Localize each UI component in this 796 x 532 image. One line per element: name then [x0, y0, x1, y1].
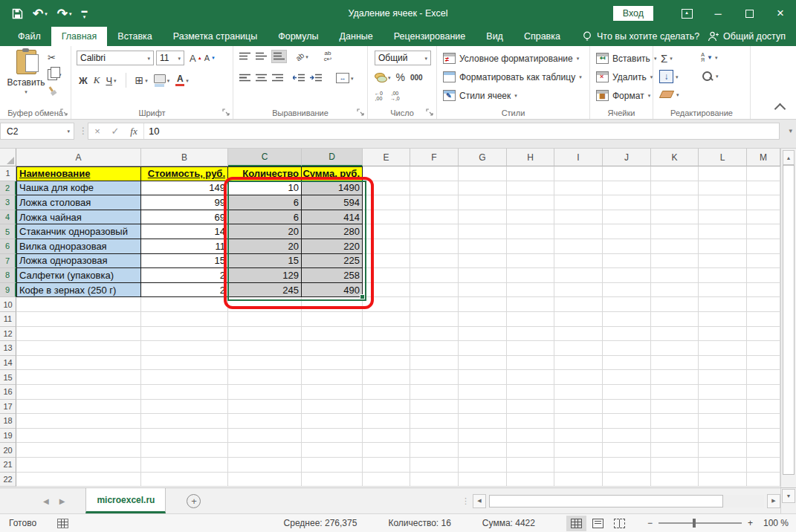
cell-M13[interactable]: [747, 341, 780, 356]
cell-G22[interactable]: [459, 473, 507, 487]
decrease-font-button[interactable]: А▼: [204, 53, 216, 62]
cell-D3[interactable]: 594: [302, 195, 363, 210]
cell-I12[interactable]: [554, 327, 603, 342]
cell-A21[interactable]: [16, 458, 141, 473]
align-left-button[interactable]: [239, 74, 250, 82]
cell-D19[interactable]: [302, 429, 363, 444]
cell-K20[interactable]: [651, 443, 699, 458]
font-dialog-launcher[interactable]: [222, 108, 230, 116]
cell-I7[interactable]: [554, 254, 603, 269]
cell-E7[interactable]: [363, 254, 410, 269]
cell-G8[interactable]: [459, 268, 507, 283]
ribbon-tab-2[interactable]: Вставка: [107, 27, 162, 46]
align-bottom-button[interactable]: [272, 51, 286, 62]
row-header-11[interactable]: 11: [0, 312, 16, 327]
cell-E3[interactable]: [363, 195, 410, 210]
cell-D10[interactable]: [302, 297, 363, 312]
cell-A2[interactable]: Чашка для кофе: [16, 181, 141, 196]
cell-D18[interactable]: [302, 414, 363, 429]
cell-A19[interactable]: [16, 429, 141, 444]
vertical-scrollbar[interactable]: ▲: [780, 149, 796, 487]
zoom-in-button[interactable]: +: [748, 518, 753, 528]
cell-H15[interactable]: [507, 370, 554, 385]
cell-H13[interactable]: [507, 341, 554, 356]
cell-M1[interactable]: [747, 166, 780, 181]
zoom-slider-thumb[interactable]: [693, 519, 696, 528]
cell-H19[interactable]: [507, 429, 554, 444]
cell-C3[interactable]: 6: [228, 195, 302, 210]
cell-H1[interactable]: [507, 166, 554, 181]
cell-E13[interactable]: [363, 341, 410, 356]
cell-D20[interactable]: [302, 443, 363, 458]
cell-B4[interactable]: 69: [141, 210, 228, 225]
cell-M2[interactable]: [747, 181, 780, 196]
cell-C8[interactable]: 129: [228, 268, 302, 283]
cell-F3[interactable]: [410, 195, 459, 210]
cell-C5[interactable]: 20: [228, 224, 302, 239]
cell-K13[interactable]: [651, 341, 699, 356]
ribbon-tab-5[interactable]: Данные: [329, 27, 384, 46]
autosum-button[interactable]: Σ ▾: [661, 52, 673, 65]
row-header-19[interactable]: 19: [0, 429, 16, 444]
cell-D12[interactable]: [302, 327, 363, 342]
cell-H2[interactable]: [507, 181, 554, 196]
column-header-E[interactable]: E: [363, 149, 410, 166]
undo-button[interactable]: ↶▾: [33, 7, 48, 20]
paste-button[interactable]: Вставить ▾: [7, 50, 45, 94]
cell-K17[interactable]: [651, 400, 699, 415]
cell-E1[interactable]: [363, 166, 410, 181]
ribbon-display-options-button[interactable]: ▴: [671, 0, 702, 27]
cell-B13[interactable]: [141, 341, 228, 356]
cell-F20[interactable]: [410, 443, 459, 458]
cell-C6[interactable]: 20: [228, 239, 302, 254]
cell-I15[interactable]: [554, 370, 603, 385]
cell-G20[interactable]: [459, 443, 507, 458]
cell-H12[interactable]: [507, 327, 554, 342]
cell-F12[interactable]: [410, 327, 459, 342]
cell-I11[interactable]: [554, 312, 603, 327]
cell-G7[interactable]: [459, 254, 507, 269]
orientation-button[interactable]: ab▾: [296, 53, 308, 61]
row-header-15[interactable]: 15: [0, 370, 16, 385]
cell-J11[interactable]: [603, 312, 651, 327]
cell-E9[interactable]: [363, 283, 410, 298]
redo-button[interactable]: ↷▾: [57, 7, 72, 20]
cell-F1[interactable]: [410, 166, 459, 181]
cell-M8[interactable]: [747, 268, 780, 283]
cell-E18[interactable]: [363, 414, 410, 429]
cell-J21[interactable]: [603, 458, 651, 473]
cell-B20[interactable]: [141, 443, 228, 458]
cell-I21[interactable]: [554, 458, 603, 473]
decrease-decimal-button[interactable]: ,00→,0: [390, 91, 400, 101]
cell-M6[interactable]: [747, 239, 780, 254]
cell-C16[interactable]: [228, 385, 302, 400]
cell-A6[interactable]: Вилка одноразовая: [16, 239, 141, 254]
column-header-M[interactable]: M: [747, 149, 780, 166]
cell-J19[interactable]: [603, 429, 651, 444]
cell-I10[interactable]: [554, 297, 603, 312]
cell-M17[interactable]: [747, 400, 780, 415]
cell-M15[interactable]: [747, 370, 780, 385]
alignment-dialog-launcher[interactable]: [357, 108, 364, 116]
insert-cells-button[interactable]: ↤ Вставить ▾: [596, 53, 656, 64]
cell-G17[interactable]: [459, 400, 507, 415]
cell-H18[interactable]: [507, 414, 554, 429]
cell-I20[interactable]: [554, 443, 603, 458]
cell-H22[interactable]: [507, 473, 554, 487]
zoom-out-button[interactable]: −: [647, 518, 653, 528]
cell-K2[interactable]: [651, 181, 699, 196]
cut-button[interactable]: ✂: [48, 52, 62, 63]
find-select-button[interactable]: ▾: [702, 71, 719, 81]
column-header-A[interactable]: A: [16, 149, 141, 166]
cell-L8[interactable]: [699, 268, 747, 283]
scroll-left-button[interactable]: ◀: [473, 494, 486, 508]
cell-B15[interactable]: [141, 370, 228, 385]
enter-button[interactable]: ✓: [106, 126, 124, 137]
cell-E5[interactable]: [363, 224, 410, 239]
cell-D9[interactable]: 490: [302, 283, 363, 298]
font-family-combo[interactable]: Calibri▾: [77, 51, 154, 65]
cell-B22[interactable]: [141, 473, 228, 487]
format-as-table-button[interactable]: Форматировать как таблицу ▾: [443, 71, 582, 82]
cell-D5[interactable]: 280: [302, 224, 363, 239]
cell-L3[interactable]: [699, 195, 747, 210]
